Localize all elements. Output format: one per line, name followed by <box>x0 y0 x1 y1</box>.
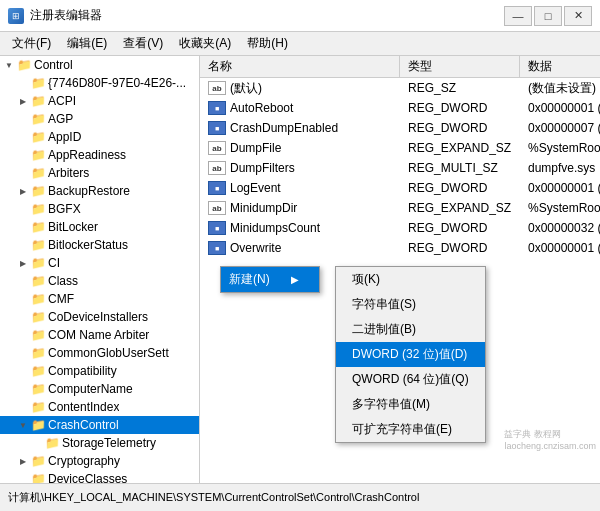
submenu-item-qword[interactable]: QWORD (64 位)值(Q) <box>336 367 485 392</box>
menu-item-file[interactable]: 文件(F) <box>4 33 59 54</box>
maximize-button[interactable]: □ <box>534 6 562 26</box>
tree-item-backuprestore[interactable]: ▶📁BackupRestore <box>0 182 199 200</box>
tree-item-label: COM Name Arbiter <box>46 328 149 342</box>
table-row[interactable]: ■CrashDumpEnabledREG_DWORD0x00000007 (7) <box>200 118 600 138</box>
menu-item-view[interactable]: 查看(V) <box>115 33 171 54</box>
tree-item-deviceclasses[interactable]: 📁DeviceClasses <box>0 470 199 483</box>
folder-icon: 📁 <box>30 400 46 414</box>
tree-item-computername[interactable]: 📁ComputerName <box>0 380 199 398</box>
cell-type: REG_SZ <box>400 80 520 96</box>
reg-name: MinidumpDir <box>230 201 297 215</box>
folder-icon: 📁 <box>30 76 46 90</box>
folder-icon: 📁 <box>30 112 46 126</box>
tree-item-class[interactable]: 📁Class <box>0 272 199 290</box>
tree-expand-icon[interactable]: ▶ <box>16 259 30 268</box>
tree-item-label: StorageTelemetry <box>60 436 156 450</box>
submenu-item-multistring[interactable]: 多字符串值(M) <box>336 392 485 417</box>
tree-expand-icon[interactable]: ▶ <box>16 457 30 466</box>
menu-item-help[interactable]: 帮助(H) <box>239 33 296 54</box>
tree-expand-icon[interactable]: ▶ <box>16 187 30 196</box>
tree-item-appreadiness[interactable]: 📁AppReadiness <box>0 146 199 164</box>
close-button[interactable]: ✕ <box>564 6 592 26</box>
tree-item-label: Arbiters <box>46 166 89 180</box>
submenu: 项(K)字符串值(S)二进制值(B)DWORD (32 位)值(D)QWORD … <box>335 266 486 443</box>
cell-type: REG_DWORD <box>400 180 520 196</box>
title-bar-left: ⊞ 注册表编辑器 <box>8 7 102 24</box>
tree-item-label: BackupRestore <box>46 184 130 198</box>
tree-item-acpi[interactable]: ▶📁ACPI <box>0 92 199 110</box>
tree-item-comnamearbiter[interactable]: 📁COM Name Arbiter <box>0 326 199 344</box>
reg-name: CrashDumpEnabled <box>230 121 338 135</box>
submenu-item-key[interactable]: 项(K) <box>336 267 485 292</box>
table-row[interactable]: ■LogEventREG_DWORD0x00000001 (1) <box>200 178 600 198</box>
reg-name: DumpFile <box>230 141 281 155</box>
submenu-item-string[interactable]: 字符串值(S) <box>336 292 485 317</box>
minimize-button[interactable]: — <box>504 6 532 26</box>
status-bar: 计算机\HKEY_LOCAL_MACHINE\SYSTEM\CurrentCon… <box>0 483 600 511</box>
tree-item-contentindex[interactable]: 📁ContentIndex <box>0 398 199 416</box>
table-row[interactable]: abDumpFiltersREG_MULTI_SZdumpfve.sys <box>200 158 600 178</box>
cell-data: 0x00000007 (7) <box>520 120 600 136</box>
watermark-line2: laocheng.cnzisam.com <box>504 441 596 451</box>
cell-data: 0x00000001 (1) <box>520 240 600 256</box>
tree-item-label: AppReadiness <box>46 148 126 162</box>
menu-bar: 文件(F)编辑(E)查看(V)收藏夹(A)帮助(H) <box>0 32 600 56</box>
tree-item-label: ContentIndex <box>46 400 119 414</box>
tree-item-7746d[interactable]: 📁{7746D80F-97E0-4E26-... <box>0 74 199 92</box>
tree-item-commonglobusersett[interactable]: 📁CommonGlobUserSett <box>0 344 199 362</box>
reg-name: Overwrite <box>230 241 281 255</box>
tree-item-cryptography[interactable]: ▶📁Cryptography <box>0 452 199 470</box>
reg-name: DumpFilters <box>230 161 295 175</box>
cell-type: REG_EXPAND_SZ <box>400 140 520 156</box>
submenu-item-binary[interactable]: 二进制值(B) <box>336 317 485 342</box>
tree-item-crashcontrol[interactable]: ▼📁CrashControl <box>0 416 199 434</box>
reg-name: (默认) <box>230 80 262 97</box>
table-row[interactable]: ab(默认)REG_SZ(数值未设置) <box>200 78 600 98</box>
tree-list[interactable]: ▼📁Control📁{7746D80F-97E0-4E26-...▶📁ACPI📁… <box>0 56 199 483</box>
tree-expand-icon[interactable]: ▼ <box>16 421 30 430</box>
reg-name: AutoReboot <box>230 101 293 115</box>
menu-item-edit[interactable]: 编辑(E) <box>59 33 115 54</box>
tree-item-label: {7746D80F-97E0-4E26-... <box>46 76 186 90</box>
tree-item-agp[interactable]: 📁AGP <box>0 110 199 128</box>
submenu-item-dword[interactable]: DWORD (32 位)值(D) <box>336 342 485 367</box>
tree-item-appid[interactable]: 📁AppID <box>0 128 199 146</box>
tree-item-cmf[interactable]: 📁CMF <box>0 290 199 308</box>
col-header-type: 类型 <box>400 56 520 77</box>
folder-icon: 📁 <box>30 130 46 144</box>
folder-icon: 📁 <box>30 274 46 288</box>
table-row[interactable]: abMinidumpDirREG_EXPAND_SZ%SystemRoot%\M… <box>200 198 600 218</box>
tree-expand-icon[interactable]: ▼ <box>2 61 16 70</box>
folder-icon: 📁 <box>16 58 32 72</box>
table-row[interactable]: abDumpFileREG_EXPAND_SZ%SystemRoot%\MEM.… <box>200 138 600 158</box>
submenu-item-expandstring[interactable]: 可扩充字符串值(E) <box>336 417 485 442</box>
cell-data: %SystemRoot%\MEM... <box>520 140 600 156</box>
cell-name: abDumpFile <box>200 140 400 156</box>
tree-item-label: CrashControl <box>46 418 119 432</box>
cell-data: 0x00000001 (1) <box>520 180 600 196</box>
reg-ab-icon: ab <box>208 141 226 155</box>
tree-item-control[interactable]: ▼📁Control <box>0 56 199 74</box>
tree-item-ci[interactable]: ▶📁CI <box>0 254 199 272</box>
tree-item-bgfx[interactable]: 📁BGFX <box>0 200 199 218</box>
folder-icon: 📁 <box>30 256 46 270</box>
table-row[interactable]: ■MinidumpsCountREG_DWORD0x00000032 (50) <box>200 218 600 238</box>
table-row[interactable]: ■OverwriteREG_DWORD0x00000001 (1) <box>200 238 600 258</box>
folder-icon: 📁 <box>30 220 46 234</box>
folder-icon: 📁 <box>30 328 46 342</box>
context-menu: 新建(N) ▶ <box>220 266 320 293</box>
menu-item-favorites[interactable]: 收藏夹(A) <box>171 33 239 54</box>
window-controls: — □ ✕ <box>504 6 592 26</box>
tree-item-storagetelemetry[interactable]: 📁StorageTelemetry <box>0 434 199 452</box>
tree-item-bitlocker[interactable]: 📁BitLocker <box>0 218 199 236</box>
context-item-new[interactable]: 新建(N) ▶ <box>221 267 319 292</box>
tree-item-compatibility[interactable]: 📁Compatibility <box>0 362 199 380</box>
cell-data: dumpfve.sys <box>520 160 600 176</box>
tree-expand-icon[interactable]: ▶ <box>16 97 30 106</box>
tree-item-label: Cryptography <box>46 454 120 468</box>
tree-item-bitlockerstatus[interactable]: 📁BitlockerStatus <box>0 236 199 254</box>
cell-name: ■Overwrite <box>200 240 400 256</box>
tree-item-arbiters[interactable]: 📁Arbiters <box>0 164 199 182</box>
table-row[interactable]: ■AutoRebootREG_DWORD0x00000001 (1) <box>200 98 600 118</box>
tree-item-codeviceinstallers[interactable]: 📁CoDeviceInstallers <box>0 308 199 326</box>
